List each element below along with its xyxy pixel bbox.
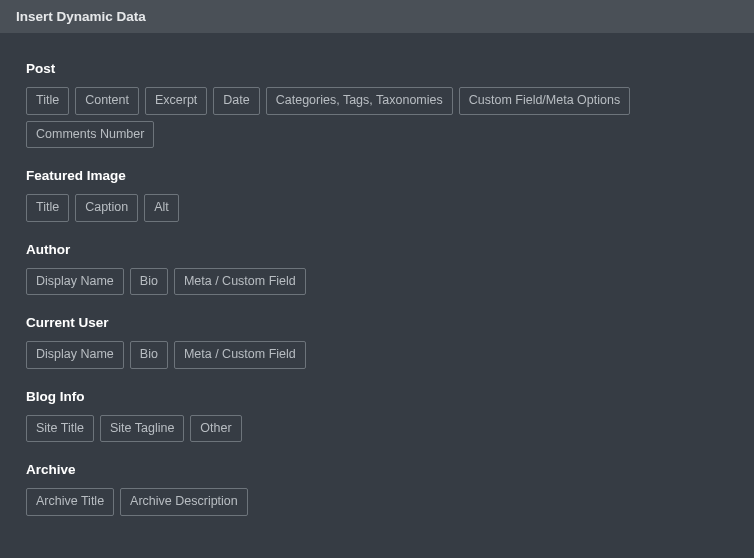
section-featured-image: Featured Image Title Caption Alt (26, 168, 728, 222)
post-custom-field-meta-options-button[interactable]: Custom Field/Meta Options (459, 87, 630, 115)
section-blog-info: Blog Info Site Title Site Tagline Other (26, 389, 728, 443)
btn-row-featured-image: Title Caption Alt (26, 194, 728, 222)
btn-row-post: Title Content Excerpt Date Categories, T… (26, 87, 728, 148)
blog-info-site-tagline-button[interactable]: Site Tagline (100, 415, 184, 443)
section-title-archive: Archive (26, 462, 728, 477)
current-user-display-name-button[interactable]: Display Name (26, 341, 124, 369)
section-title-author: Author (26, 242, 728, 257)
btn-row-blog-info: Site Title Site Tagline Other (26, 415, 728, 443)
post-comments-number-button[interactable]: Comments Number (26, 121, 154, 149)
post-title-button[interactable]: Title (26, 87, 69, 115)
btn-row-current-user: Display Name Bio Meta / Custom Field (26, 341, 728, 369)
post-excerpt-button[interactable]: Excerpt (145, 87, 207, 115)
btn-row-archive: Archive Title Archive Description (26, 488, 728, 516)
section-current-user: Current User Display Name Bio Meta / Cus… (26, 315, 728, 369)
modal-body: Post Title Content Excerpt Date Categori… (0, 33, 754, 524)
post-categories-tags-taxonomies-button[interactable]: Categories, Tags, Taxonomies (266, 87, 453, 115)
section-title-blog-info: Blog Info (26, 389, 728, 404)
featured-image-alt-button[interactable]: Alt (144, 194, 179, 222)
btn-row-author: Display Name Bio Meta / Custom Field (26, 268, 728, 296)
archive-description-button[interactable]: Archive Description (120, 488, 248, 516)
section-post: Post Title Content Excerpt Date Categori… (26, 61, 728, 148)
author-display-name-button[interactable]: Display Name (26, 268, 124, 296)
section-title-featured-image: Featured Image (26, 168, 728, 183)
section-title-current-user: Current User (26, 315, 728, 330)
post-date-button[interactable]: Date (213, 87, 259, 115)
author-bio-button[interactable]: Bio (130, 268, 168, 296)
section-title-post: Post (26, 61, 728, 76)
author-meta-custom-field-button[interactable]: Meta / Custom Field (174, 268, 306, 296)
featured-image-title-button[interactable]: Title (26, 194, 69, 222)
featured-image-caption-button[interactable]: Caption (75, 194, 138, 222)
blog-info-other-button[interactable]: Other (190, 415, 241, 443)
current-user-bio-button[interactable]: Bio (130, 341, 168, 369)
section-author: Author Display Name Bio Meta / Custom Fi… (26, 242, 728, 296)
post-content-button[interactable]: Content (75, 87, 139, 115)
section-archive: Archive Archive Title Archive Descriptio… (26, 462, 728, 516)
blog-info-site-title-button[interactable]: Site Title (26, 415, 94, 443)
modal-title: Insert Dynamic Data (16, 9, 146, 24)
insert-dynamic-data-modal: Insert Dynamic Data Post Title Content E… (0, 0, 754, 558)
modal-header: Insert Dynamic Data (0, 0, 754, 33)
archive-title-button[interactable]: Archive Title (26, 488, 114, 516)
current-user-meta-custom-field-button[interactable]: Meta / Custom Field (174, 341, 306, 369)
